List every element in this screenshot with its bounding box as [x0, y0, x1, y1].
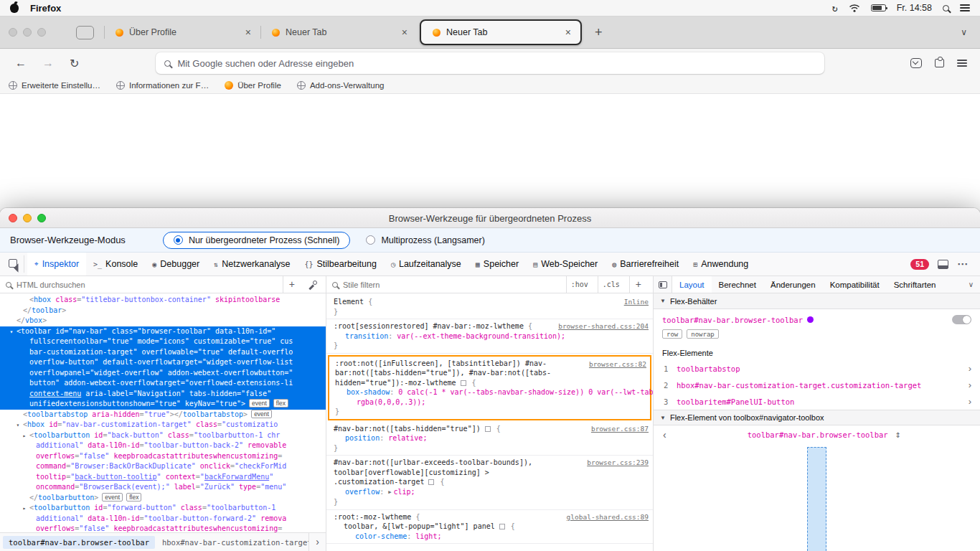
flex-item[interactable]: 3toolbaritem#PanelUI-button›	[654, 393, 980, 410]
stylesheet-link[interactable]: browser.css:239	[587, 458, 649, 468]
wifi-icon[interactable]	[849, 4, 860, 12]
pocket-icon[interactable]	[910, 58, 922, 68]
add-rule-button[interactable]: +	[629, 276, 647, 293]
markup-line[interactable]: ▸<toolbarbutton id="back-button" class="…	[0, 430, 326, 441]
highlight-matches-icon[interactable]	[499, 524, 505, 529]
markup-line[interactable]: unifiedextensionsbuttonshown="true" keyN…	[0, 399, 326, 410]
devtools-tab-debugger[interactable]: ◉Debugger	[145, 253, 207, 276]
highlight-matches-icon[interactable]	[461, 380, 466, 386]
stylesheet-link[interactable]: browser-shared.css:204	[558, 321, 649, 331]
bookmark-item[interactable]: Über Profile	[225, 81, 281, 90]
devtools-tab-inspector[interactable]: ⌖Inspektor	[27, 253, 86, 276]
menubar-app-name[interactable]: Firefox	[30, 3, 61, 14]
markup-line[interactable]: </vbox>	[0, 316, 326, 326]
devtools-tab-network[interactable]: ⇅Netzwerkanalyse	[207, 253, 297, 276]
tab-fonts[interactable]: Schriftarten	[887, 276, 943, 293]
toolbox-meatball-menu[interactable]: ⋯	[957, 258, 969, 270]
markup-line[interactable]: oncommand="BrowserBack(event);" label="Z…	[0, 482, 326, 493]
sidebar-tabs-dropdown-icon[interactable]: ∨	[962, 281, 980, 288]
split-console-icon[interactable]	[938, 260, 948, 269]
badge-event[interactable]: event	[251, 410, 272, 418]
twisty-icon[interactable]: ▾	[8, 327, 15, 338]
markup-line[interactable]: additional" data-l10n-id="toolbar-button…	[0, 514, 326, 524]
flex-item[interactable]: 1toolbartabstop›	[654, 360, 980, 377]
tab-close-icon[interactable]: ×	[243, 27, 253, 38]
markup-line[interactable]: overflow-button" default-overflowtarget=…	[0, 357, 326, 368]
markup-search-input[interactable]: HTML durchsuchen	[17, 281, 278, 289]
css-declaration[interactable]: box-shadow: 0 calc(-1 * var(--tabs-navba…	[335, 387, 647, 407]
battery-icon[interactable]	[871, 4, 886, 11]
element-picker-button[interactable]	[6, 255, 24, 273]
markup-line[interactable]: context-menu aria-label="Navigation" tab…	[0, 389, 326, 400]
zoom-window-button[interactable]	[37, 214, 46, 222]
stylesheet-link[interactable]: global-shared.css:89	[567, 512, 649, 522]
bookmark-item[interactable]: Add-ons-Verwaltung	[297, 81, 385, 90]
browser-tab[interactable]: Über Profile×	[104, 17, 260, 48]
stylesheet-link[interactable]: browser.css:87	[591, 424, 649, 434]
markup-line[interactable]: ▾<toolbar id="nav-bar" class="browser-to…	[0, 326, 326, 337]
markup-line[interactable]: ▾<hbox id="nav-bar-customization-target"…	[0, 420, 326, 430]
toggle-pseudo-class-button[interactable]: :hov	[566, 276, 593, 293]
apple-menu-icon[interactable]	[10, 4, 19, 13]
menubar-clock[interactable]: Fr. 14:58	[897, 3, 932, 13]
forward-button[interactable]: →	[34, 57, 62, 70]
devtools-tab-memory[interactable]: ▦Speicher	[468, 253, 526, 276]
breadcrumb-item[interactable]: hbox#nav-bar-customization-target.cus	[156, 536, 308, 549]
markup-line[interactable]: overflows="false" keepbroadcastattribute…	[0, 524, 326, 532]
minimize-window-button[interactable]	[23, 214, 32, 222]
devtools-tab-console[interactable]: >_Konsole	[86, 253, 145, 276]
close-window-button[interactable]	[9, 214, 17, 222]
flex-item[interactable]: 2hbox#nav-bar-customization-target.custo…	[654, 377, 980, 393]
tab-layout[interactable]: Layout	[672, 276, 712, 293]
tab-close-icon[interactable]: ×	[563, 27, 573, 38]
devtools-tab-storage[interactable]: ▤Web-Speicher	[526, 253, 605, 276]
highlight-matches-icon[interactable]	[428, 479, 434, 485]
overlay-color-swatch[interactable]	[807, 316, 814, 323]
app-menu-icon[interactable]	[957, 60, 967, 67]
bookmark-item[interactable]: Informationen zur F…	[116, 81, 209, 90]
spotlight-icon[interactable]	[943, 5, 949, 11]
extensions-icon[interactable]	[935, 59, 944, 67]
markup-line[interactable]: </toolbar>	[0, 306, 326, 316]
markup-line[interactable]: ▸<toolbarbutton id="forward-button" clas…	[0, 503, 326, 514]
mode-option-parent-process[interactable]: Nur übergeordneter Prozess (Schnell)	[163, 232, 351, 249]
breadcrumb-item[interactable]: toolbar#nav-bar.browser-toolbar	[3, 536, 155, 549]
css-declaration[interactable]: overflow: ▶clip;	[334, 487, 649, 498]
browser-tab[interactable]: Neuer Tab×	[260, 17, 417, 48]
stylesheet-link[interactable]: Inline	[624, 297, 649, 307]
eyedropper-icon[interactable]	[308, 281, 317, 289]
firefox-view-button[interactable]	[76, 26, 94, 39]
flex-highlight-toggle[interactable]	[952, 315, 971, 324]
badge-event[interactable]: event	[249, 399, 270, 408]
markup-line[interactable]: additional" data-l10n-id="toolbar-button…	[0, 441, 326, 451]
markup-line[interactable]: <hbox class="titlebar-buttonbox-containe…	[0, 295, 326, 306]
add-node-button[interactable]: +	[283, 276, 301, 293]
markup-line[interactable]: <toolbartabstop aria-hidden="true"></too…	[0, 410, 326, 420]
markup-line[interactable]: command="Browser:BackOrBackDuplicate" on…	[0, 461, 326, 472]
flex-container-section-header[interactable]: ▼ Flex-Behälter	[654, 293, 980, 309]
twisty-icon[interactable]: ▸	[21, 504, 28, 514]
flex-item-selector-dropdown[interactable]: toolbar#nav-bar.browser-toolbar ⇕	[674, 430, 974, 439]
sync-icon[interactable]: ↻	[832, 3, 838, 14]
bookmark-item[interactable]: Erweiterte Einstellu…	[9, 81, 100, 90]
flex-container-selector[interactable]: toolbar#nav-bar.browser-toolbar	[662, 316, 803, 324]
twisty-icon[interactable]: ▸	[21, 431, 28, 442]
error-count-badge[interactable]: 51	[910, 259, 929, 270]
stylesheet-link[interactable]: browser.css:82	[589, 359, 646, 369]
markup-line[interactable]: </toolbarbutton>eventflex	[0, 493, 326, 504]
devtools-tab-application[interactable]: ⊞Anwendung	[686, 253, 755, 276]
markup-line[interactable]: fullscreentoolbar="true" mode="icons" cu…	[0, 336, 326, 347]
css-declaration[interactable]: color-scheme: light;	[334, 532, 649, 542]
mode-option-multiprocess[interactable]: Multiprozess (Langsamer)	[366, 235, 485, 245]
close-window-button[interactable]	[9, 28, 17, 37]
control-center-icon[interactable]	[960, 4, 970, 11]
badge-event[interactable]: event	[102, 493, 123, 501]
twisty-icon[interactable]: ▾	[14, 420, 22, 431]
markup-line[interactable]: overflowpanel="widget-overflow" addon-we…	[0, 368, 326, 379]
zoom-window-button[interactable]	[37, 28, 46, 37]
tab-compatibility[interactable]: Kompatibilität	[823, 276, 887, 293]
badge-flex[interactable]: flex	[273, 399, 288, 408]
previous-flex-item-icon[interactable]: ‹	[659, 429, 670, 441]
breadcrumb-scroll-right-icon[interactable]: ›	[308, 533, 326, 551]
minimize-window-button[interactable]	[23, 28, 32, 37]
